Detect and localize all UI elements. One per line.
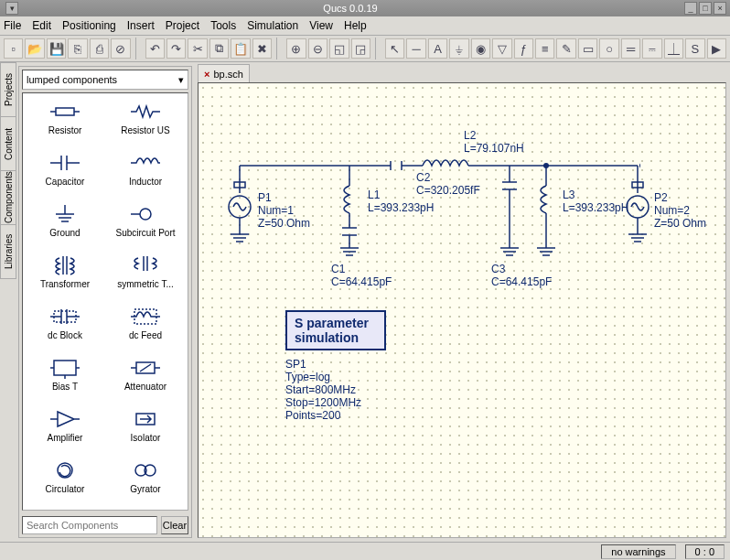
menu-project[interactable]: Project xyxy=(166,19,199,32)
sidetab-content[interactable]: Content xyxy=(0,116,16,171)
component-amplifier[interactable]: Amplifier xyxy=(25,404,105,456)
schematic-canvas[interactable]: P1 Num=1 Z=50 Ohm P2 Num=2 Z=50 Ohm L1L=… xyxy=(198,82,726,538)
component-resistor-us[interactable]: Resistor US xyxy=(105,97,186,148)
component-ground[interactable]: Ground xyxy=(25,199,105,251)
svg-rect-0 xyxy=(56,108,74,115)
menu-file[interactable]: File xyxy=(4,19,21,32)
paste-button[interactable]: 📋 xyxy=(231,38,250,59)
minimize-icon[interactable]: _ xyxy=(684,2,697,15)
l2-label: L2L=79.107nH xyxy=(464,129,524,155)
sim-button[interactable]: ▶ xyxy=(707,38,726,59)
undo-button[interactable]: ↶ xyxy=(145,38,165,59)
dropdown-icon: ▾ xyxy=(178,74,184,86)
status-warnings: no warnings xyxy=(601,544,675,559)
window-title: Qucs 0.0.19 xyxy=(323,3,377,14)
schematic-svg xyxy=(199,83,725,537)
sim-params: SP1 Type=log Start=800MHz Stop=1200MHz P… xyxy=(285,358,361,422)
tab-close-icon[interactable]: × xyxy=(204,69,209,80)
saveall-button[interactable]: ⎘ xyxy=(68,38,87,59)
component-list: ResistorResistor USCapacitorInductorGrou… xyxy=(22,92,188,511)
component-dc-feed[interactable]: dc Feed xyxy=(105,302,186,353)
menu-help[interactable]: Help xyxy=(344,19,367,32)
wire-button[interactable]: ─ xyxy=(406,38,425,59)
tab-label: bp.sch xyxy=(213,69,242,80)
menubar: FileEditPositioningInsertProjectToolsSim… xyxy=(0,16,730,35)
component-dc-block[interactable]: dc Block xyxy=(25,302,105,353)
zoomin-button[interactable]: ⊕ xyxy=(286,38,306,59)
sidetab-projects[interactable]: Projects xyxy=(0,62,16,117)
cut-button[interactable]: ✂ xyxy=(188,38,207,59)
pointer-button[interactable]: ↖ xyxy=(385,38,404,59)
menu-positioning[interactable]: Positioning xyxy=(62,19,116,32)
c3-label: C3C=64.415pF xyxy=(491,263,552,288)
component-transformer[interactable]: Transformer xyxy=(25,251,105,302)
svg-rect-4 xyxy=(54,361,76,375)
component-capacitor[interactable]: Capacitor xyxy=(25,148,105,199)
c2-label: C2C=320.205fF xyxy=(416,171,480,197)
component-circulator[interactable]: Circulator xyxy=(25,456,105,507)
c1-label: C1C=64.415pF xyxy=(331,263,392,288)
svg-point-1 xyxy=(140,209,151,220)
rect-button[interactable]: ▭ xyxy=(578,38,597,59)
new-button[interactable]: ▫ xyxy=(4,38,23,59)
search-input[interactable] xyxy=(22,516,157,534)
l3-label: L3L=393.233pH xyxy=(563,188,628,214)
component-isolator[interactable]: Isolator xyxy=(105,404,186,456)
gnd2-button[interactable]: ⏊ xyxy=(664,38,683,59)
menu-insert[interactable]: Insert xyxy=(127,19,155,32)
ruler-button[interactable]: ≡ xyxy=(535,38,554,59)
component-attenuator[interactable]: Attenuator xyxy=(105,353,186,404)
component-gyrator[interactable]: Gyrator xyxy=(105,456,186,507)
menu-edit[interactable]: Edit xyxy=(32,19,51,32)
delete-button[interactable]: ✖ xyxy=(252,38,272,59)
p2-label: P2 Num=2 Z=50 Ohm xyxy=(654,191,706,230)
label-button[interactable]: A xyxy=(428,38,447,59)
save-button[interactable]: 💾 xyxy=(47,38,66,59)
sparam-sim-box[interactable]: S parametersimulation xyxy=(285,310,386,350)
main-toolbar: ▫📂💾⎘⎙⊘↶↷✂⧉📋✖⊕⊖◱◲↖─A⏚◉▽ƒ≡✎▭○═⎓⏊S▶ xyxy=(0,35,730,62)
svg-point-19 xyxy=(543,163,549,168)
component-bias-t[interactable]: Bias T xyxy=(25,353,105,404)
redo-button[interactable]: ↷ xyxy=(166,38,186,59)
menu-view[interactable]: View xyxy=(309,19,333,32)
zoomsel-button[interactable]: ◲ xyxy=(351,38,370,59)
p1-label: P1 Num=1 Z=50 Ohm xyxy=(258,191,310,230)
zoomout-button[interactable]: ⊖ xyxy=(308,38,327,59)
eqn-button[interactable]: ƒ xyxy=(514,38,533,59)
close-icon[interactable]: × xyxy=(714,2,726,15)
component-inductor[interactable]: Inductor xyxy=(105,148,186,199)
window-titlebar: ▾ Qucs 0.0.19 _ □ × xyxy=(0,0,730,16)
ellipse-button[interactable]: ○ xyxy=(599,38,618,59)
pen-button[interactable]: ✎ xyxy=(556,38,575,59)
tab-bp-sch[interactable]: × bp.sch xyxy=(198,64,250,82)
sparam-button[interactable]: S xyxy=(685,38,704,59)
components-panel: lumped components ▾ ResistorResistor USC… xyxy=(18,66,192,538)
document-tabbar: × bp.sch xyxy=(194,62,730,82)
component-subcircuit-port[interactable]: Subcircuit Port xyxy=(105,199,186,251)
statusbar: no warnings 0 : 0 xyxy=(0,542,730,560)
copy-button[interactable]: ⧉ xyxy=(209,38,229,59)
port-button[interactable]: ◉ xyxy=(471,38,490,59)
window-menu-icon[interactable]: ▾ xyxy=(5,2,18,15)
zoomfit-button[interactable]: ◱ xyxy=(329,38,349,59)
bus-button[interactable]: ═ xyxy=(621,38,640,59)
vsrc-button[interactable]: ⎓ xyxy=(642,38,661,59)
ground-button[interactable]: ⏚ xyxy=(449,38,468,59)
sidetab-components[interactable]: Components xyxy=(0,170,16,225)
menu-tools[interactable]: Tools xyxy=(210,19,236,32)
marker-button[interactable]: ▽ xyxy=(492,38,511,59)
side-tabstrip: ProjectsContentComponentsLibraries xyxy=(0,62,16,542)
clear-button[interactable]: Clear xyxy=(161,516,188,534)
component-symmetric-t-[interactable]: symmetric T... xyxy=(105,251,186,302)
status-coords: 0 : 0 xyxy=(685,544,725,559)
sidetab-libraries[interactable]: Libraries xyxy=(0,224,16,279)
maximize-icon[interactable]: □ xyxy=(699,2,712,15)
component-category-label: lumped components xyxy=(27,74,117,85)
close-button[interactable]: ⊘ xyxy=(111,38,130,59)
component-category-select[interactable]: lumped components ▾ xyxy=(22,70,188,90)
print-button[interactable]: ⎙ xyxy=(90,38,109,59)
component-resistor[interactable]: Resistor xyxy=(25,97,105,148)
open-button[interactable]: 📂 xyxy=(25,38,44,59)
menu-simulation[interactable]: Simulation xyxy=(247,19,298,32)
